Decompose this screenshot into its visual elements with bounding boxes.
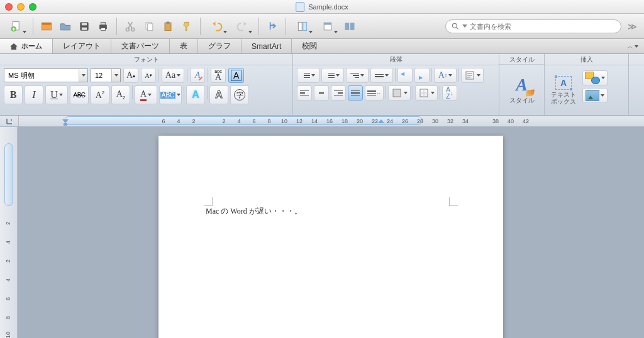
change-case-button[interactable]: Aa bbox=[162, 68, 184, 83]
sidebar-toggle-button[interactable] bbox=[341, 18, 358, 35]
show-formatting-button[interactable] bbox=[461, 68, 484, 83]
show-hide-button[interactable] bbox=[316, 18, 339, 35]
decrease-indent-button[interactable] bbox=[397, 68, 413, 83]
window-minimize-button[interactable] bbox=[17, 3, 25, 11]
horizontal-ruler[interactable]: 642246810121416182022242628303234384042 bbox=[0, 116, 644, 127]
vertical-ruler[interactable]: 24246810 bbox=[0, 127, 18, 338]
print-button[interactable] bbox=[95, 18, 111, 35]
svg-rect-14 bbox=[165, 23, 171, 30]
save-button[interactable] bbox=[76, 18, 92, 35]
first-line-indent-marker[interactable] bbox=[62, 117, 69, 127]
ribbon-tabs: ホーム レイアウト 文書パーツ 表 グラフ SmartArt 校閲 ︿ bbox=[0, 39, 644, 54]
align-center-button[interactable] bbox=[314, 85, 329, 101]
font-color-button[interactable]: A bbox=[135, 85, 157, 104]
cut-button[interactable] bbox=[122, 18, 138, 35]
underline-button[interactable]: U bbox=[45, 85, 68, 104]
align-right-button[interactable] bbox=[331, 85, 346, 101]
align-left-button[interactable] bbox=[297, 85, 312, 101]
ruler-number: 6 bbox=[248, 118, 260, 124]
expand-toolbar-button[interactable]: ≫ bbox=[625, 19, 639, 33]
font-size-combo[interactable]: 12 bbox=[91, 68, 121, 82]
character-border-button[interactable]: A bbox=[228, 68, 244, 83]
tab-review[interactable]: 校閲 bbox=[292, 39, 327, 53]
wordart-button[interactable]: A bbox=[209, 85, 228, 104]
ribbon-collapse-button[interactable]: ︿ bbox=[621, 39, 644, 53]
tab-parts[interactable]: 文書パーツ bbox=[111, 39, 170, 53]
style-group-header: スタイル bbox=[499, 54, 544, 65]
search-icon bbox=[451, 22, 460, 31]
undo-button[interactable] bbox=[206, 18, 228, 35]
text-direction-button[interactable]: A↕ bbox=[434, 68, 457, 83]
superscript-button[interactable]: A2 bbox=[91, 85, 109, 104]
columns-button[interactable] bbox=[291, 18, 314, 35]
window-zoom-button[interactable] bbox=[29, 3, 36, 11]
ruler-number: 34 bbox=[459, 118, 472, 124]
align-justify-button[interactable] bbox=[348, 85, 363, 101]
ruler-number: 22 bbox=[369, 118, 381, 124]
text-effects-button[interactable]: A bbox=[186, 85, 205, 104]
ruler-number: 2 bbox=[187, 118, 200, 124]
grow-font-button[interactable]: A▴ bbox=[123, 68, 138, 83]
redo-button[interactable] bbox=[231, 18, 253, 35]
ruler-number: 28 bbox=[414, 118, 426, 124]
styles-button[interactable]: A スタイル bbox=[499, 65, 544, 115]
page[interactable]: Mac の Word が遅い・・・。 bbox=[158, 136, 503, 338]
search-dropdown-icon[interactable] bbox=[462, 25, 467, 28]
phonetic-guide-button[interactable]: abcA bbox=[211, 68, 226, 83]
ruler-number: 24 bbox=[384, 118, 396, 124]
tab-home[interactable]: ホーム bbox=[0, 39, 53, 53]
document-canvas[interactable]: Mac の Word が遅い・・・。 bbox=[18, 127, 644, 338]
bold-button[interactable]: B bbox=[4, 85, 23, 104]
svg-rect-9 bbox=[101, 28, 106, 30]
svg-rect-16 bbox=[298, 22, 302, 30]
tab-home-label: ホーム bbox=[21, 41, 42, 51]
window-title: Sample.docx bbox=[308, 3, 348, 11]
tab-smartart[interactable]: SmartArt bbox=[242, 39, 292, 53]
shapes-button[interactable] bbox=[582, 70, 608, 85]
ruler-number: 40 bbox=[504, 118, 517, 124]
increase-indent-button[interactable] bbox=[414, 68, 430, 83]
paste-button[interactable] bbox=[160, 18, 176, 35]
search-box[interactable] bbox=[445, 19, 621, 33]
bullet-list-button[interactable] bbox=[297, 68, 319, 83]
svg-rect-13 bbox=[148, 23, 153, 30]
shading-button[interactable] bbox=[388, 85, 411, 101]
tab-table[interactable]: 表 bbox=[170, 39, 198, 53]
subscript-button[interactable]: A2 bbox=[111, 85, 130, 104]
shrink-font-button[interactable]: A▾ bbox=[141, 68, 156, 83]
font-name-combo[interactable]: MS 明朝 bbox=[4, 68, 88, 82]
ruler-corner-icon[interactable] bbox=[0, 116, 19, 126]
window-close-button[interactable] bbox=[5, 3, 13, 11]
line-spacing-button[interactable] bbox=[370, 68, 393, 83]
sort-button[interactable]: AZ↓ bbox=[442, 85, 457, 101]
tab-chart[interactable]: グラフ bbox=[198, 39, 242, 53]
template-button[interactable] bbox=[38, 18, 55, 35]
link-button[interactable] bbox=[264, 18, 280, 35]
search-input[interactable] bbox=[470, 23, 616, 30]
window-titlebar: Sample.docx bbox=[0, 0, 644, 14]
italic-button[interactable]: I bbox=[25, 85, 43, 104]
clear-formatting-button[interactable]: A bbox=[190, 68, 205, 83]
new-document-button[interactable] bbox=[5, 18, 28, 35]
svg-rect-20 bbox=[345, 23, 350, 30]
tab-layout[interactable]: レイアウト bbox=[53, 39, 111, 53]
enclose-characters-button[interactable]: 字 bbox=[230, 85, 249, 104]
highlight-button[interactable]: ABC bbox=[159, 85, 182, 104]
document-text[interactable]: Mac の Word が遅い・・・。 bbox=[206, 206, 302, 217]
styles-label: スタイル bbox=[509, 96, 535, 105]
strikethrough-button[interactable]: ABC bbox=[70, 85, 89, 104]
textbox-button[interactable]: A テキスト ボックス bbox=[548, 68, 579, 112]
format-painter-button[interactable] bbox=[179, 18, 195, 35]
copy-button[interactable] bbox=[141, 18, 157, 35]
distribute-button[interactable]: ↔ bbox=[365, 85, 384, 101]
ruler-number: 38 bbox=[489, 118, 502, 124]
picture-button[interactable] bbox=[582, 88, 608, 103]
margin-marker-top-left bbox=[204, 197, 213, 206]
number-list-button[interactable] bbox=[321, 68, 344, 83]
vruler-number: 4 bbox=[5, 275, 11, 281]
ruler-number: 4 bbox=[233, 118, 245, 124]
borders-button[interactable] bbox=[415, 85, 438, 101]
open-button[interactable] bbox=[57, 18, 74, 35]
multilevel-list-button[interactable] bbox=[346, 68, 369, 83]
picture-icon bbox=[586, 90, 599, 101]
